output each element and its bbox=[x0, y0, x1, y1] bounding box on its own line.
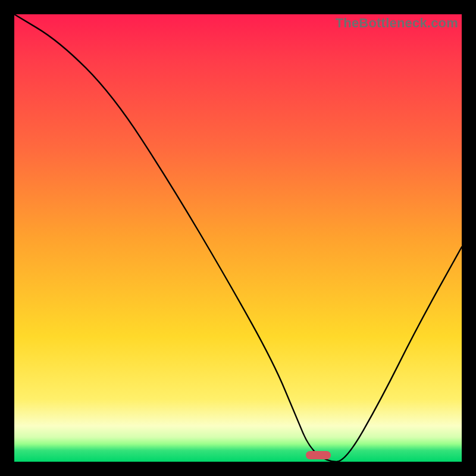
watermark-text: TheBottleneck.com bbox=[336, 15, 458, 31]
bottleneck-curve bbox=[14, 14, 462, 462]
chart-frame: TheBottleneck.com bbox=[0, 0, 476, 476]
valley-marker bbox=[306, 451, 331, 459]
plot-area: TheBottleneck.com bbox=[14, 14, 462, 462]
